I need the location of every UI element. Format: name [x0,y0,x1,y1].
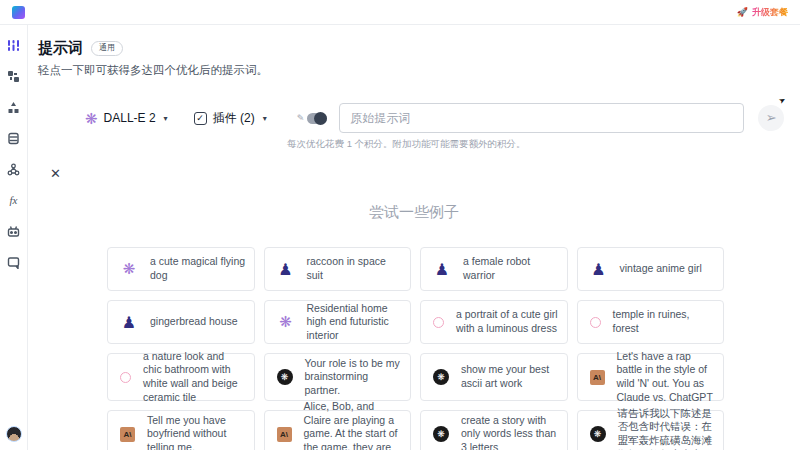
openai-black-icon: ❋ [433,426,449,442]
main-content: 提示词 通用 轻点一下即可获得多达四个优化后的提示词。 ❋ DALL-E 2 ▾… [28,25,800,450]
upgrade-plan-label: 升级套餐 [752,6,788,19]
example-card-text: a portrait of a cute girl with a luminou… [456,308,559,335]
example-card[interactable]: ❋Your role is to be my brainstorming par… [264,353,412,401]
example-card-text: create a story with only words less than… [461,414,559,450]
openai-purple-icon: ❋ [277,313,295,331]
anthropic-icon: A\ [120,427,135,442]
sidebar-item-database[interactable] [6,130,22,146]
example-card-text: Alice, Bob, and Claire are playing a gam… [304,400,403,450]
openai-icon: ❋ [85,111,98,126]
example-card[interactable]: temple in ruines, forest [577,300,725,344]
pawn-icon: ♟ [120,313,138,332]
toolbar: ❋ DALL-E 2 ▾ ✓ 插件 (2) ▾ ✎ ➢ ➤ [85,103,784,133]
example-card[interactable]: A\Let's have a rap battle in the style o… [577,353,725,401]
pink-ring-icon [433,317,444,328]
model-label: DALL-E 2 [104,111,156,125]
example-card-text: 请告诉我以下陈述是否包含时代错误：在盟军轰炸硫磺岛海滩期间，拉尔夫大声… [618,407,716,450]
chevron-down-icon: ▾ [164,114,168,123]
examples-grid: ❋a cute magical flying dog♟raccoon in sp… [107,247,724,450]
example-card-text: temple in ruines, forest [613,308,716,335]
example-card-text: raccoon in space suit [307,255,403,282]
examples-heading: 尝试一些例子 [28,203,800,222]
example-card[interactable]: A\Alice, Bob, and Claire are playing a g… [264,410,412,450]
top-bar: 🚀 升级套餐 [0,0,800,25]
app-logo[interactable] [12,6,25,19]
openai-black-icon: ❋ [433,369,449,385]
auto-toggle-group: ✎ [297,113,328,124]
openai-black-icon: ❋ [590,426,606,442]
sidebar-item-prompts[interactable] [6,37,22,53]
example-card[interactable]: ♟a female robot warrior [420,247,568,291]
sidebar-item-robot[interactable] [6,223,22,239]
example-card-text: show me your best ascii art work [461,363,559,390]
example-card-text: a cute magical flying dog [150,255,246,282]
pink-ring-icon [590,317,601,328]
example-card[interactable]: ♟raccoon in space suit [264,247,412,291]
anthropic-icon: A\ [277,427,292,442]
example-card-text: Residential home high end futuristic int… [307,302,403,343]
close-icon[interactable]: ✕ [50,166,61,181]
anthropic-icon: A\ [590,370,605,385]
example-card-text: gingerbread house [150,315,238,329]
openai-black-icon: ❋ [277,369,293,385]
sidebar: fx [0,25,28,450]
example-card[interactable]: ❋Residential home high end futuristic in… [264,300,412,344]
sidebar-item-workflows[interactable] [6,68,22,84]
example-card-text: Let's have a rap battle in the style of … [617,350,716,405]
plugins-checkbox[interactable]: ✓ [194,112,207,125]
pencil-icon: ✎ [297,113,305,123]
example-card-text: a female robot warrior [463,255,559,282]
prompt-input[interactable] [339,103,744,133]
upgrade-plan-button[interactable]: 🚀 升级套餐 [737,6,788,19]
user-avatar[interactable] [6,426,22,442]
auto-toggle[interactable] [307,113,327,124]
sidebar-item-hierarchy[interactable] [6,99,22,115]
fx-icon: fx [10,194,18,206]
example-card[interactable]: a portrait of a cute girl with a luminou… [420,300,568,344]
sidebar-item-functions[interactable]: fx [6,192,22,208]
rocket-icon: 🚀 [737,7,748,17]
pink-ring-icon [120,372,131,383]
credits-note: 每次优化花费 1 个积分。附加功能可能需要额外的积分。 [287,138,526,151]
model-selector[interactable]: ❋ DALL-E 2 ▾ [85,111,168,126]
example-card-text: Your role is to be my brainstorming part… [305,357,403,398]
page-title: 提示词 [38,39,83,58]
example-card-text: vintage anime girl [620,262,702,276]
example-card-text: a nature look and chic bathroom with whi… [143,350,246,405]
example-card[interactable]: ♟gingerbread house [107,300,255,344]
openai-purple-icon: ❋ [120,260,138,278]
paper-plane-icon: ➤ [778,95,788,106]
example-card[interactable]: a nature look and chic bathroom with whi… [107,353,255,401]
page-subtitle: 轻点一下即可获得多达四个优化后的提示词。 [38,63,268,78]
pawn-icon: ♟ [590,260,608,279]
example-card[interactable]: ❋create a story with only words less tha… [420,410,568,450]
example-card[interactable]: ♟vintage anime girl [577,247,725,291]
example-card-text: Tell me you have boyfriend without telli… [147,414,246,450]
example-card[interactable]: ❋请告诉我以下陈述是否包含时代错误：在盟军轰炸硫磺岛海滩期间，拉尔夫大声… [577,410,725,450]
chevron-down-icon: ▾ [263,114,267,123]
example-card[interactable]: ❋show me your best ascii art work [420,353,568,401]
title-badge: 通用 [91,41,123,55]
sidebar-item-share-nodes[interactable] [6,161,22,177]
pawn-icon: ♟ [433,260,451,279]
pawn-icon: ♟ [277,260,295,279]
example-card[interactable]: A\Tell me you have boyfriend without tel… [107,410,255,450]
send-button[interactable]: ➢ [758,105,784,131]
plugins-selector[interactable]: ✓ 插件 (2) ▾ [194,110,267,127]
example-card[interactable]: ❋a cute magical flying dog [107,247,255,291]
plugins-label: 插件 (2) [213,110,255,127]
sidebar-item-chat[interactable] [6,254,22,270]
